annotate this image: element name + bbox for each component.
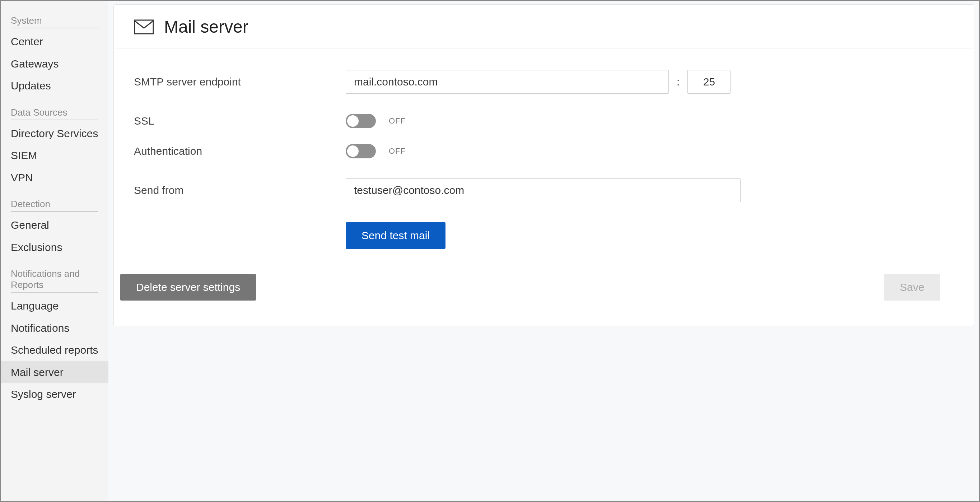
sidebar-item-exclusions[interactable]: Exclusions	[1, 236, 108, 258]
sidebar-section-label: Detection	[11, 199, 50, 209]
control-smtp-endpoint: :	[346, 70, 730, 94]
ssl-toggle[interactable]	[346, 114, 376, 128]
save-button[interactable]: Save	[884, 274, 940, 301]
sidebar-item-updates[interactable]: Updates	[1, 75, 108, 97]
sidebar-section-notifications-reports: Notifications and Reports	[1, 263, 108, 295]
sidebar-item-notifications[interactable]: Notifications	[1, 317, 108, 339]
smtp-host-input[interactable]	[346, 70, 669, 94]
sidebar-item-gateways[interactable]: Gateways	[1, 53, 108, 75]
svg-rect-0	[135, 20, 153, 34]
label-send-from: Send from	[134, 184, 346, 196]
sidebar-item-general[interactable]: General	[1, 214, 108, 236]
sidebar-section-detection: Detection	[1, 194, 108, 214]
divider	[11, 120, 99, 120]
sidebar-item-scheduled-reports[interactable]: Scheduled reports	[1, 339, 108, 361]
sidebar-section-label: Notifications and Reports	[11, 268, 80, 290]
delete-server-settings-button[interactable]: Delete server settings	[120, 274, 256, 301]
sidebar-item-directory-services[interactable]: Directory Services	[1, 123, 108, 145]
page-title: Mail server	[164, 17, 248, 37]
smtp-port-input[interactable]	[687, 70, 730, 94]
sidebar-section-label: System	[11, 15, 42, 26]
sidebar-section-label: Data Sources	[11, 107, 67, 118]
sidebar-item-language[interactable]: Language	[1, 295, 108, 317]
toggle-knob	[347, 115, 359, 127]
host-port-separator: :	[675, 76, 682, 88]
main-area: Mail server SMTP server endpoint : SSL	[108, 1, 979, 501]
sidebar-item-center[interactable]: Center	[1, 30, 108, 53]
toggle-knob	[347, 145, 359, 157]
sidebar-item-mail-server[interactable]: Mail server	[1, 361, 108, 384]
authentication-toggle[interactable]	[346, 144, 376, 158]
row-send-test: Send test mail	[346, 222, 954, 249]
row-send-from: Send from	[134, 178, 954, 202]
sidebar-item-siem[interactable]: SIEM	[1, 144, 108, 167]
sidebar-item-syslog-server[interactable]: Syslog server	[1, 383, 108, 405]
label-authentication: Authentication	[134, 145, 346, 157]
sidebar-section-data-sources: Data Sources	[1, 102, 108, 123]
panel-body: SMTP server endpoint : SSL OFF	[114, 48, 974, 326]
divider	[11, 211, 99, 212]
app-root: System Center Gateways Updates Data Sour…	[0, 0, 980, 502]
divider	[11, 28, 99, 29]
mail-server-panel: Mail server SMTP server endpoint : SSL	[113, 4, 974, 326]
panel-footer: Delete server settings Save	[120, 274, 954, 313]
control-send-from	[346, 178, 741, 202]
panel-header: Mail server	[114, 5, 974, 48]
divider	[11, 292, 99, 293]
control-authentication: OFF	[346, 144, 406, 158]
sidebar-section-system: System	[1, 10, 108, 30]
label-smtp-endpoint: SMTP server endpoint	[134, 76, 346, 88]
sidebar-item-vpn[interactable]: VPN	[1, 167, 108, 189]
send-test-mail-button[interactable]: Send test mail	[346, 222, 445, 249]
row-ssl: SSL OFF	[134, 114, 954, 128]
ssl-toggle-state: OFF	[389, 116, 406, 126]
label-ssl: SSL	[134, 115, 346, 127]
authentication-toggle-state: OFF	[389, 147, 406, 156]
send-from-input[interactable]	[346, 178, 741, 202]
mail-icon	[134, 19, 154, 35]
row-authentication: Authentication OFF	[134, 144, 954, 158]
control-ssl: OFF	[346, 114, 406, 128]
row-smtp-endpoint: SMTP server endpoint :	[134, 70, 954, 94]
sidebar: System Center Gateways Updates Data Sour…	[1, 1, 108, 501]
